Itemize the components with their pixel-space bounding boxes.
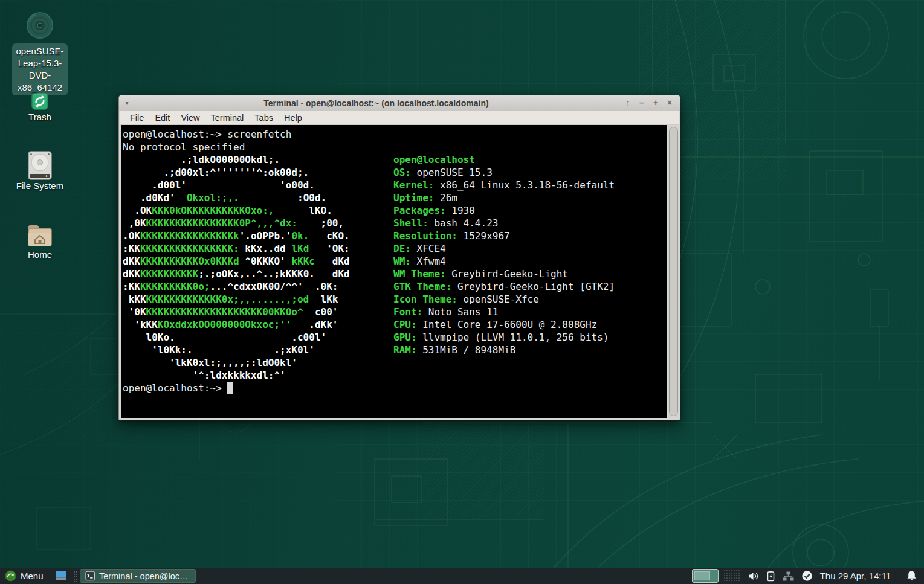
- task-button-terminal[interactable]: Terminal - open@local...: [80, 569, 196, 583]
- dvd-disc-icon: [24, 10, 56, 41]
- desktop-icon-filesystem[interactable]: File System: [7, 151, 73, 192]
- menu-terminal[interactable]: Terminal: [205, 111, 250, 125]
- system-tray: [748, 570, 813, 582]
- battery-icon[interactable]: [766, 570, 775, 582]
- taskbar: Menu Terminal - open@local...: [0, 568, 924, 584]
- terminal-scrollbar[interactable]: [668, 125, 679, 418]
- menu-view[interactable]: View: [175, 111, 205, 125]
- clock[interactable]: Thu 29 Apr, 14:11: [820, 571, 891, 581]
- maximize-button[interactable]: +: [651, 96, 660, 110]
- hard-drive-icon: [27, 151, 53, 180]
- screenfetch-info: open@localhostOS: openSUSE 15.3Kernel: x…: [393, 153, 615, 356]
- terminal-window: ▾ Terminal - open@localhost:~ (on localh…: [118, 95, 680, 420]
- dvd-label-selection: openSUSE-Leap-15.3-DVD-x86_64142: [12, 43, 67, 95]
- terminal-output: open@localhost:~> screenfetch No protoco…: [123, 128, 350, 394]
- workspace-pager[interactable]: [692, 569, 719, 583]
- terminal-screen[interactable]: open@localhost:~> screenfetch No protoco…: [121, 125, 667, 418]
- home-folder-icon: [25, 222, 54, 249]
- terminal-content-area: open@localhost:~> screenfetch No protoco…: [120, 125, 679, 419]
- trash-label: Trash: [7, 111, 73, 123]
- menu-help[interactable]: Help: [279, 111, 308, 125]
- desktop-icon-home[interactable]: Home: [7, 222, 73, 261]
- panel-separator-handle: [73, 571, 77, 582]
- desktop-icon: [54, 570, 67, 582]
- titlebar[interactable]: ▾ Terminal - open@localhost:~ (on localh…: [119, 95, 680, 111]
- updates-check-icon[interactable]: [801, 570, 813, 582]
- minimize-button[interactable]: –: [638, 96, 646, 110]
- window-menu-icon[interactable]: ▾: [119, 100, 135, 106]
- menu-edit[interactable]: Edit: [149, 111, 175, 125]
- notifications-bell-icon[interactable]: [906, 570, 917, 582]
- desktop-window-button[interactable]: [50, 568, 72, 584]
- applications-menu-button[interactable]: Menu: [0, 568, 50, 584]
- desktop-icon-trash[interactable]: Trash: [7, 92, 73, 123]
- network-icon[interactable]: [782, 571, 795, 582]
- pager-window-thumb: [694, 571, 710, 580]
- menu-tabs[interactable]: Tabs: [249, 111, 279, 125]
- menu-file[interactable]: File: [124, 111, 149, 125]
- terminal-app-icon: [85, 571, 95, 581]
- close-button[interactable]: ×: [665, 96, 674, 110]
- menubar: FileEditViewTerminalTabsHelp: [120, 111, 679, 125]
- task-button-label: Terminal - open@local...: [99, 571, 190, 581]
- roll-up-button[interactable]: ↑: [624, 96, 632, 110]
- desktop-icon-dvd[interactable]: openSUSE-Leap-15.3-DVD-x86_64142: [7, 10, 73, 95]
- menu-button-label: Menu: [21, 571, 44, 581]
- panel-separator-dots: [723, 570, 741, 582]
- scrollbar-thumb[interactable]: [669, 127, 678, 416]
- volume-icon[interactable]: [748, 571, 760, 582]
- filesystem-label: File System: [7, 180, 73, 192]
- window-title: Terminal - open@localhost:~ (on localhos…: [135, 98, 618, 108]
- dvd-label: openSUSE-Leap-15.3-DVD-x86_64142: [16, 45, 63, 94]
- home-label: Home: [7, 249, 73, 261]
- opensuse-geeko-icon: [5, 570, 16, 582]
- bell-icon: [906, 570, 917, 582]
